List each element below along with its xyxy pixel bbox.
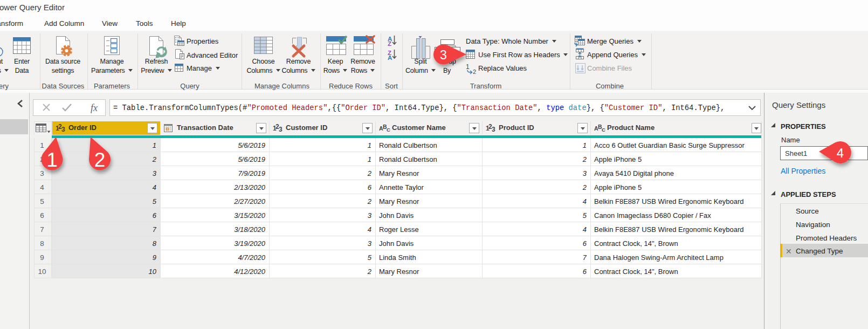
svg-text:2: 2	[473, 68, 476, 75]
svg-text:fx: fx	[91, 102, 98, 113]
svg-text:Z: Z	[388, 40, 391, 47]
svg-text:A: A	[388, 54, 392, 61]
svg-text:1: 1	[466, 63, 470, 71]
